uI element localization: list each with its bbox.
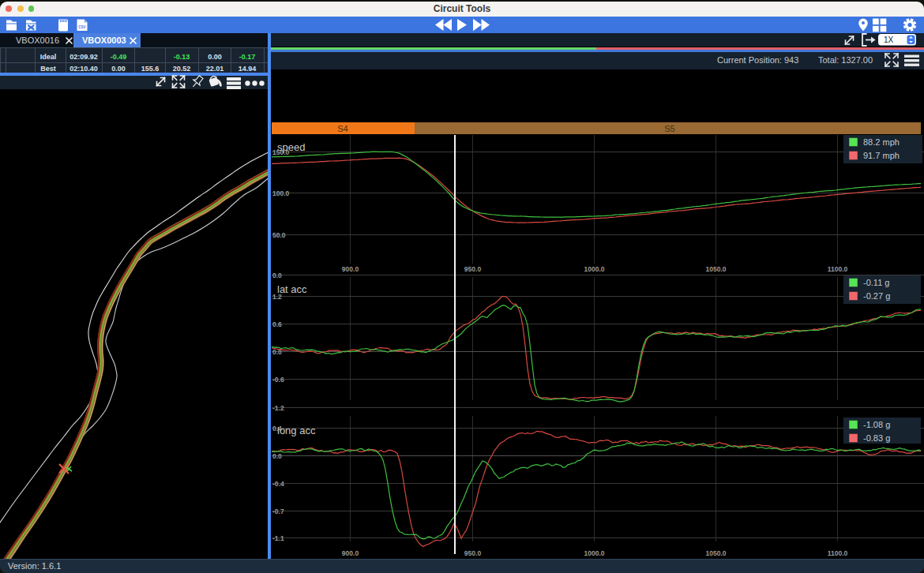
svg-text:100.0: 100.0 [272,189,290,197]
svg-text:-0.7: -0.7 [272,507,284,515]
svg-text:-0.49: -0.49 [111,53,127,61]
svg-text:155.6: 155.6 [141,65,160,73]
svg-text:02:09.92: 02:09.92 [69,53,98,61]
svg-text:0.00: 0.00 [208,53,222,61]
svg-text:Best: Best [40,65,56,73]
svg-text:-0.27 g: -0.27 g [863,291,890,301]
svg-text:0.0: 0.0 [272,272,282,279]
svg-text:0.0: 0.0 [272,452,282,460]
svg-text:-0.13: -0.13 [174,53,190,61]
svg-text:S4: S4 [337,124,347,133]
svg-text:1100.0: 1100.0 [828,265,848,273]
svg-text:-0.4: -0.4 [272,480,284,488]
svg-text:1100.0: 1100.0 [828,549,848,557]
svg-text:-0.6: -0.6 [272,376,284,384]
svg-text:-0.17: -0.17 [239,53,256,61]
svg-text:20.52: 20.52 [173,65,191,73]
svg-text:950.0: 950.0 [464,265,482,273]
svg-text:-1.08 g: -1.08 g [863,420,890,429]
svg-text:-1.1: -1.1 [272,534,284,542]
svg-text:02:10.40: 02:10.40 [69,65,98,73]
svg-text:1X: 1X [884,36,894,44]
svg-text:50.0: 50.0 [272,231,286,239]
svg-text:88.2 mph: 88.2 mph [863,137,900,147]
svg-text:900.0: 900.0 [342,549,359,557]
svg-text:14.94: 14.94 [239,65,257,73]
svg-text:0.6: 0.6 [272,320,282,328]
svg-text:1000.0: 1000.0 [584,549,605,557]
svg-text:1050.0: 1050.0 [706,549,727,557]
svg-text:-0.11 g: -0.11 g [863,278,889,287]
svg-text:950.0: 950.0 [464,549,482,557]
svg-text:Ideal: Ideal [40,53,57,61]
svg-text:lat acc: lat acc [277,283,307,295]
svg-text:0.00: 0.00 [111,65,126,73]
svg-text:1000.0: 1000.0 [584,265,605,273]
svg-text:1050.0: 1050.0 [706,265,727,273]
svg-text:S5: S5 [664,124,674,133]
svg-text:900.0: 900.0 [342,265,359,273]
svg-text:-0.83 g: -0.83 g [863,433,890,443]
svg-text:91.7 mph: 91.7 mph [863,151,900,160]
svg-text:CSV: CSV [78,24,85,28]
svg-text:22.01: 22.01 [206,65,224,73]
svg-text:-1.2: -1.2 [272,404,284,412]
svg-text:long acc: long acc [277,425,316,436]
svg-text:speed: speed [277,141,305,153]
